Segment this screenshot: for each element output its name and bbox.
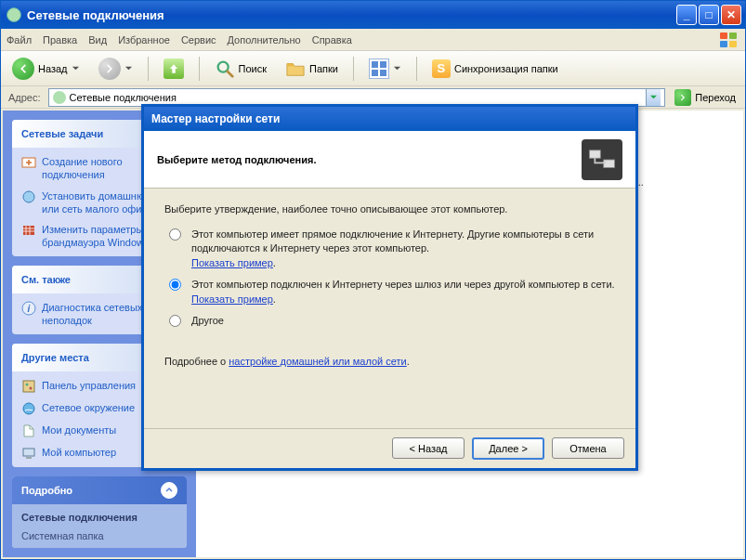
up-button[interactable] bbox=[158, 55, 190, 83]
address-net-icon bbox=[53, 91, 66, 104]
panel-title-tasks: Сетевые задачи bbox=[21, 128, 103, 139]
new-connection-icon bbox=[21, 155, 36, 170]
menu-bar: Файл Правка Вид Избранное Сервис Дополни… bbox=[1, 29, 745, 51]
back-label: Назад bbox=[38, 63, 68, 74]
minimize-button[interactable]: _ bbox=[676, 5, 697, 25]
svg-rect-13 bbox=[589, 150, 600, 158]
toolbar-sep-3 bbox=[353, 57, 354, 81]
other-label: Мои документы bbox=[42, 423, 116, 438]
toolbar: Назад Поиск Папки S Синхронизация папки bbox=[1, 51, 745, 86]
folders-button[interactable]: Папки bbox=[280, 56, 344, 82]
menu-tools[interactable]: Сервис bbox=[181, 34, 216, 46]
opt2-label: Этот компьютер подключен к Интернету чер… bbox=[191, 279, 615, 290]
svg-rect-4 bbox=[23, 226, 34, 235]
wizard-titlebar[interactable]: Мастер настройки сети bbox=[144, 107, 635, 131]
xp-logo-icon bbox=[717, 31, 739, 49]
sync-icon: S bbox=[432, 59, 451, 78]
option-text: Этот компьютер имеет прямое подключение … bbox=[191, 228, 615, 270]
radio-other[interactable] bbox=[169, 315, 181, 327]
option-text: Другое bbox=[191, 314, 224, 328]
maximize-button[interactable]: □ bbox=[699, 5, 719, 25]
wizard-prompt: Выберите утверждение, наиболее точно опи… bbox=[164, 203, 615, 215]
cancel-button[interactable]: Отмена bbox=[552, 437, 624, 459]
option-gateway-connection[interactable]: Этот компьютер подключен к Интернету чер… bbox=[164, 278, 615, 306]
other-label: Панель управления bbox=[42, 379, 136, 394]
go-arrow-icon bbox=[674, 89, 691, 106]
wizard-body: Выберите утверждение, наиболее точно опи… bbox=[144, 189, 635, 428]
menu-favorites[interactable]: Избранное bbox=[118, 34, 170, 46]
svg-point-3 bbox=[23, 191, 34, 202]
network-places-icon bbox=[21, 401, 36, 416]
opt3-label: Другое bbox=[191, 315, 224, 326]
back-button[interactable]: < Назад bbox=[392, 437, 465, 459]
wizard-heading: Выберите метод подключения. bbox=[157, 154, 582, 165]
wizard-header: Выберите метод подключения. bbox=[144, 131, 635, 189]
address-value: Сетевые подключения bbox=[70, 92, 177, 103]
radio-gateway[interactable] bbox=[169, 279, 181, 291]
address-dropdown-button[interactable] bbox=[646, 89, 661, 106]
option-text: Этот компьютер подключен к Интернету чер… bbox=[191, 278, 615, 306]
search-icon bbox=[215, 59, 235, 79]
window-net-icon bbox=[7, 7, 21, 22]
menu-help[interactable]: Справка bbox=[312, 34, 352, 46]
back-dropdown-icon[interactable] bbox=[72, 64, 80, 72]
details-subtitle: Системная папка bbox=[21, 530, 177, 541]
wizard-title: Мастер настройки сети bbox=[151, 112, 280, 125]
wizard-buttons: < Назад Далее > Отмена bbox=[144, 428, 635, 467]
computer-icon bbox=[21, 446, 36, 461]
close-button[interactable]: ✕ bbox=[721, 5, 741, 25]
control-panel-icon bbox=[21, 379, 36, 394]
svg-rect-11 bbox=[23, 449, 34, 456]
collapse-icon[interactable] bbox=[161, 482, 177, 499]
network-setup-wizard: Мастер настройки сети Выберите метод под… bbox=[141, 104, 638, 471]
svg-point-9 bbox=[30, 386, 33, 389]
learn-more-link[interactable]: настройке домашней или малой сети bbox=[229, 356, 406, 367]
toolbar-sep-4 bbox=[416, 57, 417, 81]
panel-title-other: Другие места bbox=[21, 352, 89, 363]
option-other[interactable]: Другое bbox=[164, 314, 615, 328]
menu-advanced[interactable]: Дополнительно bbox=[228, 34, 301, 46]
firewall-icon bbox=[21, 223, 36, 238]
folders-label: Папки bbox=[309, 63, 338, 74]
info-icon: i bbox=[21, 301, 36, 316]
sync-button[interactable]: S Синхронизация папки bbox=[426, 56, 564, 82]
svg-point-8 bbox=[26, 383, 29, 385]
back-button[interactable]: Назад bbox=[7, 54, 85, 84]
option-direct-connection[interactable]: Этот компьютер имеет прямое подключение … bbox=[164, 228, 615, 270]
other-label: Сетевое окружение bbox=[42, 401, 135, 416]
menu-edit[interactable]: Правка bbox=[43, 34, 77, 46]
forward-dropdown-icon[interactable] bbox=[124, 64, 133, 72]
panel-title-details: Подробно bbox=[21, 485, 72, 496]
menu-file[interactable]: Файл bbox=[7, 34, 32, 46]
search-button[interactable]: Поиск bbox=[209, 55, 272, 83]
views-dropdown-icon[interactable] bbox=[393, 64, 401, 72]
wizard-network-icon bbox=[582, 139, 622, 180]
svg-rect-12 bbox=[26, 457, 32, 459]
toolbar-sep bbox=[148, 57, 149, 81]
learn-more: Подробнее о настройке домашней или малой… bbox=[164, 356, 615, 367]
window-title: Сетевые подключения bbox=[27, 8, 676, 22]
show-example-link-1[interactable]: Показать пример bbox=[191, 257, 273, 268]
details-title: Сетевые подключения bbox=[21, 512, 177, 523]
panel-body-details: Сетевые подключения Системная папка bbox=[12, 504, 187, 548]
titlebar[interactable]: Сетевые подключения _ □ ✕ bbox=[1, 1, 745, 29]
up-folder-icon bbox=[164, 59, 184, 79]
learn-prefix: Подробнее о bbox=[164, 356, 229, 367]
next-button[interactable]: Далее > bbox=[472, 437, 544, 460]
search-label: Поиск bbox=[239, 63, 267, 74]
views-button[interactable] bbox=[363, 55, 407, 83]
go-button[interactable]: Переход bbox=[669, 87, 741, 108]
home-network-icon bbox=[21, 189, 36, 204]
svg-line-1 bbox=[227, 71, 232, 76]
toolbar-sep-2 bbox=[199, 57, 200, 81]
svg-text:i: i bbox=[28, 304, 31, 314]
go-label: Переход bbox=[695, 92, 736, 103]
panel-header-details[interactable]: Подробно bbox=[12, 476, 187, 504]
address-label: Адрес: bbox=[5, 92, 45, 103]
menu-view[interactable]: Вид bbox=[88, 34, 107, 46]
back-arrow-icon bbox=[12, 58, 34, 80]
forward-button[interactable] bbox=[93, 54, 138, 84]
show-example-link-2[interactable]: Показать пример bbox=[191, 293, 273, 305]
documents-icon bbox=[21, 423, 36, 438]
radio-direct[interactable] bbox=[169, 228, 181, 241]
